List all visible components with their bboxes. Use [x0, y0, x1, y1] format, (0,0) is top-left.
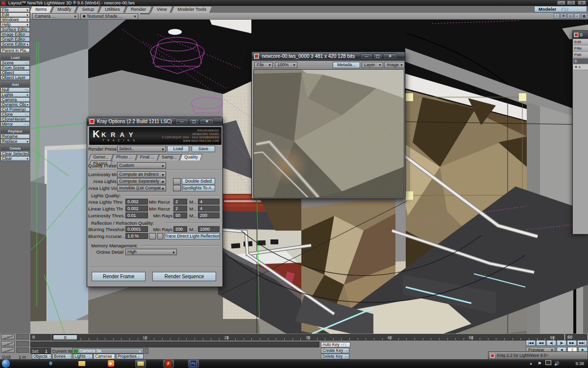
- grid-icon[interactable]: +: [554, 13, 560, 19]
- item-lock-box[interactable]: [145, 348, 148, 354]
- image-file-menu[interactable]: File: [254, 62, 273, 68]
- photoshop-icon[interactable]: Ps: [190, 360, 197, 367]
- media-player-icon[interactable]: ▶: [108, 360, 115, 367]
- rotate-icon[interactable]: ◎: [567, 13, 573, 19]
- kray-trace-button[interactable]: Trace Direct Light Reflections: [164, 233, 220, 239]
- sidebar-item-camera[interactable]: Camera: [0, 97, 30, 102]
- minimize-button[interactable]: —: [557, 0, 565, 5]
- playback-3[interactable]: |▶: [557, 340, 566, 346]
- item-type-properties[interactable]: Properties p: [116, 354, 144, 359]
- sidebar-item-object-layer[interactable]: Object Layer: [0, 75, 30, 80]
- sidebar-item-lights[interactable]: Lights▼: [0, 92, 30, 97]
- kray-title-bar[interactable]: Kray Options (2.2 Build 1211 LSC) — ▢ ✕: [87, 117, 222, 126]
- kray-double-sided-button[interactable]: Double Sided: [182, 178, 215, 184]
- surface-panel-row[interactable]: Edit: [573, 39, 588, 45]
- network-icon[interactable]: [545, 360, 551, 365]
- surface-panel-row[interactable]: Filte: [573, 46, 588, 52]
- kray-toggle-box[interactable]: [157, 233, 163, 239]
- kray-tab-samp[interactable]: Samp...: [158, 154, 180, 160]
- maximize-button[interactable]: ❐: [567, 0, 575, 5]
- frame-start-field[interactable]: 0: [30, 334, 51, 341]
- shade-options-dropdown[interactable]: [140, 13, 150, 14]
- expand-icon[interactable]: ▣: [581, 13, 587, 19]
- image-viewer-minimize-button[interactable]: —: [361, 53, 372, 59]
- sidebar-item-object[interactable]: Object+: [0, 70, 30, 75]
- kray-field[interactable]: 200: [198, 212, 220, 218]
- sidebar-menu-edit[interactable]: Edit▼: [0, 12, 30, 17]
- playback-0[interactable]: |◀◀: [526, 340, 536, 346]
- menu-tab-render[interactable]: Render: [126, 6, 151, 13]
- sidebar-item-replace[interactable]: Replace▼: [0, 139, 30, 144]
- kray-spotlights-to-a--button[interactable]: Spotlights To A...: [182, 185, 215, 191]
- playback-2[interactable]: ◀|: [546, 340, 556, 346]
- kray-load-button[interactable]: Load: [167, 146, 189, 152]
- kray-field[interactable]: 2: [173, 206, 187, 211]
- lightwave-icon[interactable]: ⚡: [165, 360, 172, 367]
- surface-panel-tree-row[interactable]: ▼ o: [573, 64, 588, 70]
- kray-tab-final[interactable]: Final ...: [137, 154, 158, 160]
- kray-tab-gener[interactable]: Gener...: [90, 154, 112, 160]
- image-zoom-dropdown[interactable]: 100%: [275, 62, 297, 68]
- kray-field[interactable]: 0.0001: [125, 226, 148, 232]
- folder-icon[interactable]: [78, 360, 85, 367]
- playback-1[interactable]: ◀◀: [536, 340, 546, 346]
- sidebar-item-surface-edito[interactable]: Surface EditoF5: [0, 27, 30, 32]
- volume-icon[interactable]: 🔊: [554, 359, 560, 368]
- menu-tab-items[interactable]: Items: [30, 6, 51, 13]
- kray-field[interactable]: 4: [198, 206, 220, 211]
- image-metadata-button[interactable]: Metada...: [333, 62, 360, 68]
- clock[interactable]: 9:38 AM: [575, 359, 584, 368]
- sidebar-item-image-editor[interactable]: Image EditorF6: [0, 32, 30, 37]
- sidebar-item-graph-editor[interactable]: Graph EditorF2: [0, 37, 30, 42]
- kray-field[interactable]: 50: [173, 212, 187, 218]
- delete-key-button[interactable]: Delete Key del: [321, 354, 349, 359]
- sidebar-item-clear-selected[interactable]: Clear Selected: [0, 151, 30, 156]
- menu-tab-view[interactable]: View: [152, 6, 172, 13]
- kray-save-button[interactable]: Save: [192, 146, 215, 152]
- kray-maximize-button[interactable]: ▢: [189, 119, 199, 125]
- menu-tab-utilities[interactable]: Utilities: [100, 6, 125, 13]
- item-type-objects[interactable]: Objects +O: [32, 354, 51, 359]
- timeline-slider[interactable]: 0: [53, 335, 77, 340]
- timeline-ruler[interactable]: 1020304050600: [51, 334, 564, 341]
- kray-field[interactable]: 0.002: [125, 199, 148, 205]
- menu-tab-modeler-tools[interactable]: Modeler Tools: [172, 6, 211, 13]
- sidebar-item-scene-editor[interactable]: Scene Editor▼: [0, 42, 30, 47]
- kray-option-dropdown[interactable]: Invisible (LW Compat...: [117, 185, 166, 191]
- image-layer-menu[interactable]: Layer: [362, 62, 383, 68]
- kray-render-preset-dropdown[interactable]: Select..: [117, 146, 166, 152]
- kray-stepper[interactable]: [149, 233, 156, 239]
- kray-accuracy-field[interactable]: 1.0 %: [125, 233, 148, 239]
- image-viewer-close-button[interactable]: ✕: [383, 53, 397, 59]
- playback-5[interactable]: ▶▶|: [577, 340, 587, 346]
- kray-option-dropdown[interactable]: Compute as Indirect: [117, 171, 166, 178]
- kray-tab-photo[interactable]: Photo ...: [113, 154, 136, 160]
- kray-field[interactable]: 4: [198, 199, 220, 205]
- kray-field[interactable]: 0.01: [125, 212, 148, 218]
- kray-tab-quality[interactable]: Quality: [181, 154, 201, 160]
- timeline-row-icon[interactable]: [1, 334, 15, 340]
- sidebar-menu-file[interactable]: File▼: [0, 7, 30, 12]
- kray-render-sequence-button[interactable]: Render Sequence: [152, 272, 216, 281]
- kray-option-dropdown[interactable]: Compute Separately ...: [117, 178, 166, 184]
- kray-octree-dropdown[interactable]: High: [125, 249, 177, 255]
- sidebar-item-cvt-powergo[interactable]: Cvt Powergo: [0, 107, 30, 112]
- modeler-button[interactable]: ModelerF12: [534, 6, 587, 12]
- sidebar-item-clone[interactable]: Clone^C: [0, 112, 30, 117]
- shade-mode-dropdown[interactable]: ■ Textured Shade ...: [80, 13, 138, 20]
- kray-field[interactable]: 2: [173, 199, 187, 205]
- kray-quality-preset-dropdown[interactable]: Custom: [117, 162, 166, 169]
- sidebar-menu-windows[interactable]: Windows▼: [0, 17, 30, 22]
- auto-key-button[interactable]: Auto Key +F1: [321, 342, 350, 347]
- folder-share-icon[interactable]: [137, 360, 144, 367]
- menu-tab-setup[interactable]: Setup: [77, 6, 99, 13]
- item-type-lights[interactable]: Lights +L: [73, 354, 93, 359]
- sidebar-item-rename[interactable]: Rename: [0, 134, 30, 139]
- surface-panel-row[interactable]: Patt: [573, 52, 588, 58]
- timeline-row-icon[interactable]: [1, 347, 15, 353]
- sidebar-item-null[interactable]: Null^N: [0, 87, 30, 92]
- timeline-row-icon[interactable]: [1, 341, 15, 346]
- sidebar-item-dynamic-obj[interactable]: Dynamic Obj▼: [0, 102, 30, 107]
- item-type-bones[interactable]: Bones +B: [52, 354, 72, 359]
- image-viewer-maximize-button[interactable]: ▢: [373, 53, 382, 59]
